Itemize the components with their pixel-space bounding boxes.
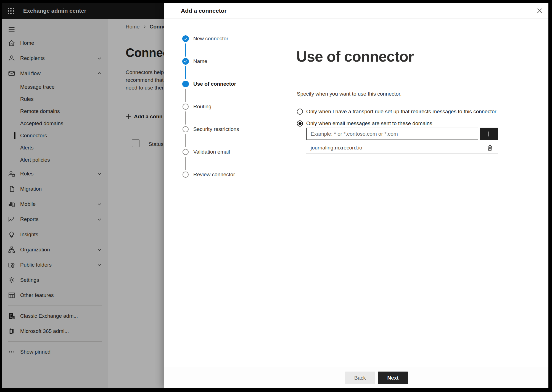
radio-label: Only when email messages are sent to the… [306,120,432,127]
step-connector-line [185,66,186,79]
domain-input[interactable] [306,128,478,140]
wizard-step-security-restrictions[interactable]: Security restrictions [164,123,278,135]
next-button[interactable]: Next [378,372,408,384]
step-circle-icon [183,149,189,155]
step-circle-icon [183,104,189,110]
step-label: Routing [193,104,212,110]
step-label: Use of connector [193,81,236,87]
domain-value: journaling.mxrecord.io [311,145,362,151]
step-connector-line [185,111,186,125]
step-completed-check-icon [182,35,189,42]
dialog-header: Add a connector [164,3,548,19]
dialog-footer: Back Next [164,367,548,388]
add-domain-button[interactable] [480,128,498,140]
wizard-step-validation-email[interactable]: Validation email [164,146,278,158]
step-label: Name [193,58,207,64]
wizard-step-routing[interactable]: Routing [164,101,278,113]
wizard-step-name[interactable]: Name [164,55,278,67]
step-label: Review connector [193,172,235,178]
radio-option-2[interactable]: Only when email messages are sent to the… [297,119,432,128]
app-screen: Exchange admin center HomeRecipientsMail… [2,3,548,388]
wizard-step-new-connector[interactable]: New connector [164,33,278,45]
step-heading: Use of connector [296,48,414,65]
add-connector-dialog: Add a connector New connectorNameUse of … [164,3,548,388]
wizard-step-use-of-connector[interactable]: Use of connector [164,78,278,90]
radio-option-1[interactable]: Only when I have a transport rule set up… [297,107,496,116]
wizard-steps: New connectorNameUse of connectorRouting… [164,19,278,367]
step-connector-line [185,134,186,147]
domain-input-row [306,128,498,140]
close-icon[interactable] [535,6,544,15]
step-connector-line [185,89,186,102]
radio-label: Only when I have a transport rule set up… [306,109,496,115]
step-connector-line [185,43,186,57]
back-button[interactable]: Back [345,372,375,384]
step-connector-line [185,157,186,170]
step-circle-icon [183,172,189,178]
radio-selected-icon [297,120,303,127]
dialog-title: Add a connector [181,3,227,19]
domain-row: journaling.mxrecord.io [306,142,498,154]
trash-icon[interactable] [486,144,494,152]
plus-icon [485,130,492,138]
step-completed-check-icon [182,58,189,65]
step-description: Specify when you want to use this connec… [297,91,402,97]
step-label: Validation email [193,149,230,155]
wizard-step-review-connector[interactable]: Review connector [164,169,278,181]
radio-unselected-icon [297,109,303,115]
step-circle-icon [183,126,189,132]
screenshot-frame: Exchange admin center HomeRecipientsMail… [0,0,552,392]
dialog-content: Use of connector Specify when you want t… [278,19,548,367]
step-label: Security restrictions [193,126,239,132]
step-label: New connector [193,36,228,42]
step-circle-icon [182,81,189,87]
